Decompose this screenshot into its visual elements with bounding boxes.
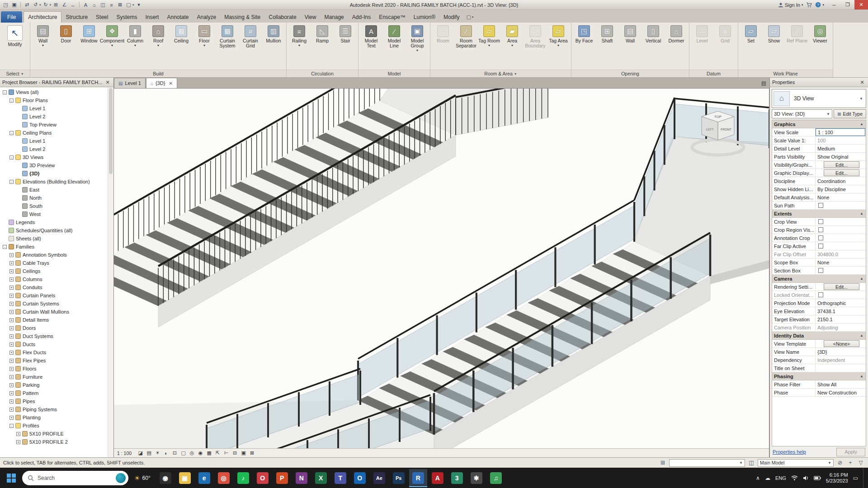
property-value[interactable]: Medium [816,145,866,152]
print-icon[interactable]: ⊞ [52,1,60,9]
tree-expand-box[interactable]: + [9,383,14,387]
tree-item[interactable]: +Curtain Panels [1,291,107,300]
property-value[interactable] [816,218,866,225]
taskbar-app-edge-browser[interactable]: e [195,469,213,487]
tree-expand-box[interactable]: + [9,375,14,379]
view-cube-ring[interactable] [692,140,744,155]
press-drag-icon[interactable]: + [846,459,854,467]
close-icon[interactable]: ✕ [104,80,111,85]
panel-label-circulation[interactable]: Circulation [287,70,358,77]
help-button[interactable]: ? ▾ [815,2,824,8]
show-work-plane-tool[interactable]: ▱Show [763,24,785,43]
tree-item[interactable]: +Flex Ducts [1,348,107,357]
ribbon-tab-add-ins[interactable]: Add-Ins [348,11,375,23]
ribbon-tab-annotate[interactable]: Annotate [163,11,193,23]
area-tool[interactable]: ▰Area▼ [501,24,524,47]
drawing-area-3d-view[interactable]: TOP LEFT FRONT 1 : 100 ◪▤☀◐⊡▢◎◉▦⇱⊢⊟▣⊠ [114,89,769,457]
railing-tool[interactable]: ≡Railing▼ [288,24,311,47]
undo-icon[interactable]: ↺ [32,1,39,9]
tree-item[interactable]: +Parking [1,381,107,389]
tree-item[interactable]: Legends [1,218,107,226]
language-indicator[interactable]: ENG [775,475,786,481]
thin-lines-icon[interactable]: ≡ [108,1,115,9]
shadows-icon[interactable]: ◐ [162,450,170,457]
column-tool[interactable]: ▮Column▼ [124,24,146,47]
model-line-tool[interactable]: ∕Model Line [383,24,406,48]
tree-expand-box[interactable]: - [3,245,7,249]
ribbon-tab-analyze[interactable]: Analyze [193,11,221,23]
property-value[interactable]: {3D} [816,348,866,356]
switch-windows-icon[interactable]: ▢ [125,1,132,9]
tree-expand-box[interactable]: - [9,99,14,103]
tree-item[interactable]: East [1,186,107,194]
notification-center-icon[interactable]: ▭ [853,475,858,481]
taskbar-app-music-app[interactable]: ♫ [487,469,505,487]
curtain-grid-tool[interactable]: #Curtain Grid [239,24,262,48]
wall-tool[interactable]: ▤Wall▼ [32,24,54,47]
tree-item[interactable]: +Ceilings [1,267,107,275]
checkbox-unchecked[interactable] [818,244,823,249]
property-value[interactable]: New Construction [816,389,866,396]
property-value[interactable]: 37438.1 [816,307,866,315]
element-filter-combo[interactable]: 3D View: {3D} ▼ [772,109,832,118]
tree-item[interactable]: Level 2 [1,113,107,121]
checkbox-unchecked[interactable] [818,203,823,208]
bing-chat-icon[interactable] [116,473,126,483]
close-hidden-windows-icon[interactable]: ⊠ [116,1,124,9]
tree-item[interactable]: +Flex Pipes [1,357,107,365]
tree-expand-box[interactable]: + [9,408,14,412]
taskbar-app-opera-browser[interactable]: O [254,469,272,487]
temporary-view-properties-icon[interactable]: ▦ [205,450,213,457]
panel-label-work-plane[interactable]: Work Plane [738,70,833,77]
temporary-hide-isolate-icon[interactable]: ◎ [188,450,196,457]
panel-label-build[interactable]: Build [30,70,286,77]
view-scale-control[interactable]: 1 : 100 [116,450,135,456]
view-cube[interactable]: TOP LEFT FRONT [684,101,752,169]
ribbon-tab-collaborate[interactable]: Collaborate [264,11,300,23]
apply-button[interactable]: Apply [836,448,865,456]
edit-type-button[interactable]: ▦ Edit Type [834,109,866,118]
ribbon-tab-insert[interactable]: Insert [141,11,163,23]
ribbon-tab-view[interactable]: View [301,11,321,23]
tree-item[interactable]: +Floors [1,365,107,373]
tree-expand-box[interactable]: + [9,318,14,322]
tree-item[interactable]: +Cable Trays [1,259,107,267]
displacement-icon[interactable]: ⇱ [214,450,222,457]
tree-item[interactable]: South [1,202,107,210]
property-edit-button[interactable]: Edit... [824,169,859,176]
property-value[interactable]: Show All [816,380,866,388]
measure-icon[interactable]: ∠ [61,1,68,9]
tree-item[interactable]: +Doors [1,324,107,332]
ribbon-tab-massing-site[interactable]: Massing & Site [220,11,264,23]
tree-item[interactable]: 3D Preview [1,161,107,169]
tree-expand-box[interactable]: + [9,351,14,355]
tree-item[interactable]: +Ducts [1,340,107,348]
sun-path-icon[interactable]: ☀ [154,450,161,457]
panel-label-room-area[interactable]: Room & Area▼ [430,70,571,77]
property-value[interactable]: <None> [816,340,866,347]
filter-icon[interactable]: ▽ [857,459,865,467]
tree-item[interactable]: +Detail Items [1,316,107,324]
tree-item[interactable]: -Elevations (Building Elevation) [1,178,107,186]
tree-item[interactable]: -Views (all) [1,88,107,96]
tree-expand-box[interactable]: + [16,432,20,436]
property-value[interactable] [816,291,866,299]
ribbon-display-toggle[interactable]: ▢▾ [463,11,476,23]
property-value[interactable]: 1 : 100 [816,128,865,136]
view-tab-3d[interactable]: ⌂{3D}✕ [146,78,177,88]
tree-item[interactable]: +5X10 PROFILE 2 [1,438,107,446]
property-group-identity-data[interactable]: Identity Data▲ [772,332,866,340]
property-value[interactable]: None [816,193,866,201]
tree-expand-box[interactable]: + [9,416,14,420]
tree-expand-box[interactable]: - [9,155,14,160]
property-value[interactable] [816,202,866,209]
tree-expand-box[interactable]: + [9,343,14,347]
tree-item[interactable]: +Pattern [1,389,107,397]
taskbar-app-teams[interactable]: T [331,469,349,487]
taskbar-app-outlook[interactable]: O [351,469,369,487]
ribbon-tab-systems[interactable]: Systems [112,11,141,23]
property-group-extents[interactable]: Extents▲ [772,210,866,218]
tree-expand-box[interactable]: + [16,440,20,444]
tree-expand-box[interactable]: - [9,131,14,135]
ribbon-tab-architecture[interactable]: Architecture [24,11,61,23]
